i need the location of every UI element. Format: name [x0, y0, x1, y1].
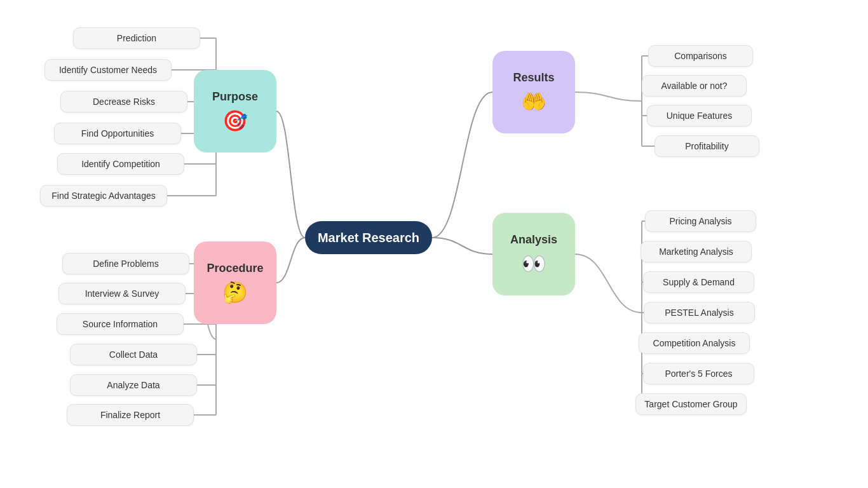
topic-emoji: 👀 — [521, 252, 546, 276]
mind-map-node: Supply & Demand — [643, 271, 754, 293]
topic-label: Results — [513, 71, 554, 85]
leaf-label: Target Customer Group — [644, 399, 737, 409]
leaf-label: Supply & Demand — [663, 277, 735, 287]
mind-map-node: Procedure 🤔 — [194, 241, 276, 324]
mind-map-node: PESTEL Analysis — [644, 302, 755, 323]
mind-map-node: Competition Analysis — [639, 332, 750, 354]
mind-map-node: Prediction — [73, 27, 200, 49]
leaf-label: PESTEL Analysis — [665, 308, 733, 318]
topic-emoji: 🎯 — [222, 109, 248, 133]
mind-map-node: Finalize Report — [67, 404, 194, 426]
leaf-label: Finalize Report — [100, 410, 160, 420]
mind-map-node: Analysis 👀 — [492, 213, 575, 295]
leaf-label: Find Strategic Advantages — [51, 191, 155, 201]
topic-label: Purpose — [212, 90, 258, 104]
mind-map-node: Market Research — [305, 221, 432, 254]
topic-emoji: 🤔 — [222, 280, 248, 304]
leaf-label: Competition Analysis — [653, 338, 736, 348]
leaf-label: Available or not? — [661, 81, 727, 91]
mind-map-node: Marketing Analysis — [641, 241, 752, 262]
mind-map-node: Define Problems — [62, 253, 189, 274]
leaf-label: Interview & Survey — [85, 288, 159, 299]
mind-map-node: Find Opportunities — [54, 123, 181, 144]
mind-map-node: Profitability — [654, 135, 759, 157]
mind-map-node: Collect Data — [70, 344, 197, 365]
leaf-label: Analyze Data — [107, 380, 159, 390]
mind-map-node: Source Information — [57, 313, 184, 335]
leaf-label: Find Opportunities — [81, 128, 154, 139]
mind-map-node: Identify Customer Needs — [44, 59, 172, 81]
leaf-label: Identify Customer Needs — [59, 65, 157, 75]
leaf-label: Porter's 5 Forces — [665, 369, 732, 379]
leaf-label: Identify Competition — [81, 159, 160, 169]
leaf-label: Pricing Analysis — [669, 216, 731, 226]
topic-label: Analysis — [510, 233, 557, 247]
mind-map-node: Available or not? — [642, 75, 747, 97]
mind-map-node: Find Strategic Advantages — [40, 185, 167, 207]
center-label: Market Research — [318, 231, 419, 245]
leaf-label: Comparisons — [674, 51, 726, 61]
mind-map-node: Purpose 🎯 — [194, 70, 276, 152]
mind-map-node: Results 🤲 — [492, 51, 575, 133]
mind-map-node: Interview & Survey — [58, 283, 186, 304]
leaf-label: Source Information — [83, 319, 158, 329]
topic-emoji: 🤲 — [521, 90, 546, 114]
mind-map-node: Pricing Analysis — [645, 210, 756, 232]
leaf-label: Prediction — [117, 33, 156, 43]
leaf-label: Decrease Risks — [93, 97, 155, 107]
leaf-label: Define Problems — [93, 259, 159, 269]
mind-map-node: Analyze Data — [70, 374, 197, 396]
mind-map-node: Comparisons — [648, 45, 753, 67]
leaf-label: Collect Data — [109, 349, 158, 360]
mind-map-node: Target Customer Group — [635, 393, 747, 415]
mind-map-node: Decrease Risks — [60, 91, 187, 112]
mind-map-node: Identify Competition — [57, 153, 184, 175]
mind-map-node: Unique Features — [647, 105, 752, 126]
leaf-label: Unique Features — [667, 111, 733, 121]
mind-map-node: Porter's 5 Forces — [643, 363, 754, 384]
leaf-label: Marketing Analysis — [659, 247, 733, 257]
topic-label: Procedure — [207, 262, 263, 275]
leaf-label: Profitability — [685, 141, 728, 151]
